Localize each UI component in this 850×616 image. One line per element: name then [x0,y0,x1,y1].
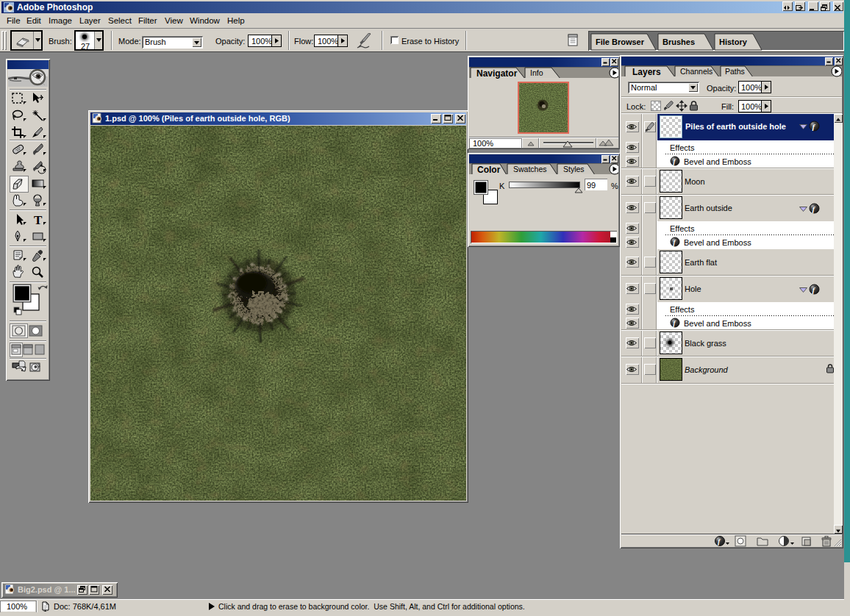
svg-text:Color: Color [477,165,501,175]
svg-text:Styles: Styles [563,165,585,173]
svg-text:Navigator: Navigator [476,68,518,79]
svg-text:Swatches: Swatches [513,165,547,173]
svg-text:Layers: Layers [632,67,661,77]
svg-text:Paths: Paths [725,67,745,76]
svg-text:File Browser: File Browser [596,37,645,46]
svg-text:T: T [34,213,43,227]
svg-text:Info: Info [530,68,543,77]
svg-text:Brushes: Brushes [662,37,695,46]
svg-text:History: History [719,37,748,46]
svg-text:Channels: Channels [680,67,712,76]
